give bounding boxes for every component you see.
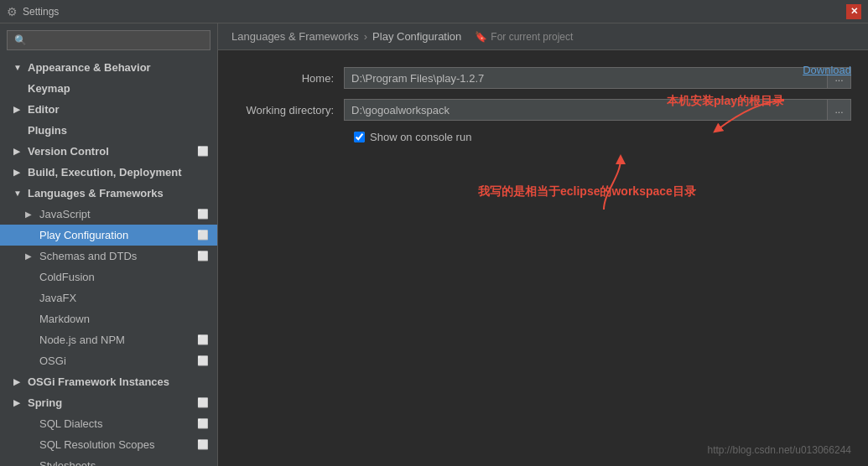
sidebar-item-sql-dialects[interactable]: SQL Dialects⬜ xyxy=(0,413,217,434)
arrow-placeholder xyxy=(25,461,35,466)
sidebar-item-badge: ⬜ xyxy=(197,251,209,261)
show-console-row: Show on console run xyxy=(354,131,851,143)
sidebar-item-label: Keymap xyxy=(28,82,70,95)
sidebar-item-badge: ⬜ xyxy=(197,418,209,429)
sidebar-item-label: Node.js and NPM xyxy=(39,334,125,346)
arrow-icon: ▼ xyxy=(13,189,23,198)
home-label: Home: xyxy=(235,72,344,85)
working-dir-browse-button[interactable]: ... xyxy=(828,99,851,121)
content-panel: Languages & Frameworks › Play Configurat… xyxy=(218,23,868,466)
breadcrumb-parent: Languages & Frameworks xyxy=(231,30,359,43)
arrow-placeholder xyxy=(25,293,35,303)
sidebar-item-label: Build, Execution, Deployment xyxy=(28,166,181,179)
sidebar-item-coldfusion[interactable]: ColdFusion xyxy=(0,267,217,287)
sidebar-item-keymap[interactable]: Keymap xyxy=(0,78,217,99)
main-container: ▼Appearance & Behavior Keymap▶Editor Plu… xyxy=(0,23,868,466)
sidebar-item-schemas[interactable]: ▶Schemas and DTDs⬜ xyxy=(0,246,217,267)
arrow-placeholder xyxy=(13,84,23,93)
sidebar-item-spring[interactable]: ▶Spring⬜ xyxy=(0,392,217,413)
working-dir-row: Working directory: ... xyxy=(235,99,851,121)
sidebar-item-javafx[interactable]: JavaFX xyxy=(0,287,217,308)
sidebar-item-version-control[interactable]: ▶Version Control⬜ xyxy=(0,141,217,162)
arrow-icon: ▶ xyxy=(13,147,23,156)
sidebar-item-plugins[interactable]: Plugins xyxy=(0,120,217,141)
sidebar-item-badge: ⬜ xyxy=(197,209,209,220)
sidebar-item-languages[interactable]: ▼Languages & Frameworks xyxy=(0,183,217,204)
sidebar-item-badge: ⬜ xyxy=(197,355,209,366)
breadcrumb-separator: › xyxy=(364,30,367,43)
show-console-checkbox[interactable] xyxy=(354,132,365,142)
sidebar-item-play-config[interactable]: Play Configuration⬜ xyxy=(0,225,217,246)
arrow-icon: ▶ xyxy=(13,168,23,177)
project-label-text: For current project xyxy=(491,31,573,43)
close-button[interactable]: ✕ xyxy=(846,4,861,19)
arrow-icon: ▼ xyxy=(13,63,23,72)
arrow-icon: ▶ xyxy=(13,105,23,114)
sidebar-item-appearance[interactable]: ▼Appearance & Behavior xyxy=(0,57,217,78)
sidebar-item-osgi[interactable]: OSGi⬜ xyxy=(0,350,217,371)
search-input[interactable] xyxy=(7,30,211,50)
window-title: Settings xyxy=(23,6,59,18)
sidebar-item-badge: ⬜ xyxy=(197,146,209,157)
sidebar-item-label: Play Configuration xyxy=(39,229,128,241)
sidebar-item-label: OSGi Framework Instances xyxy=(28,375,169,388)
sidebar-item-stylesheets[interactable]: Stylesheets xyxy=(0,455,217,466)
sidebar-item-label: Plugins xyxy=(28,124,67,137)
arrow-placeholder xyxy=(25,272,35,282)
download-link[interactable]: Download xyxy=(803,64,851,76)
sidebar-item-label: Appearance & Behavior xyxy=(28,61,151,74)
sidebar-item-badge: ⬜ xyxy=(197,230,209,241)
sidebar-item-label: Spring xyxy=(28,396,62,409)
sidebar-item-markdown[interactable]: Markdown xyxy=(0,308,217,329)
sidebar-item-label: Editor xyxy=(28,103,60,116)
project-icon: 🔖 xyxy=(475,31,487,43)
title-bar: ⚙ Settings ✕ xyxy=(0,0,868,23)
arrow-icon: ▶ xyxy=(25,210,35,219)
arrow-placeholder xyxy=(25,230,35,240)
sidebar-item-label: OSGi xyxy=(39,355,66,367)
arrow-icon: ▶ xyxy=(25,251,35,261)
arrow-placeholder xyxy=(13,126,23,135)
footer-url: http://blog.csdn.net/u013066244 xyxy=(708,444,851,456)
project-label: 🔖 For current project xyxy=(475,31,573,43)
sidebar-item-label: Markdown xyxy=(39,313,90,325)
content-body: Download Home: ... Working directory: ..… xyxy=(218,50,868,466)
breadcrumb: Languages & Frameworks › Play Configurat… xyxy=(218,23,868,50)
sidebar-item-badge: ⬜ xyxy=(197,439,209,450)
sidebar-item-label: Schemas and DTDs xyxy=(39,250,137,262)
sidebar: ▼Appearance & Behavior Keymap▶Editor Plu… xyxy=(0,23,218,466)
arrow-placeholder xyxy=(25,419,35,428)
breadcrumb-current: Play Configuration xyxy=(372,30,461,43)
sidebar-item-sql-resolution[interactable]: SQL Resolution Scopes⬜ xyxy=(0,434,217,455)
sidebar-item-build[interactable]: ▶Build, Execution, Deployment xyxy=(0,162,217,183)
search-box xyxy=(0,23,217,57)
sidebar-item-javascript[interactable]: ▶JavaScript⬜ xyxy=(0,204,217,225)
sidebar-item-label: ColdFusion xyxy=(39,271,95,283)
sidebar-item-editor[interactable]: ▶Editor xyxy=(0,99,217,120)
sidebar-item-label: SQL Dialects xyxy=(39,417,102,430)
arrow-icon: ▶ xyxy=(13,398,23,407)
sidebar-item-label: JavaScript xyxy=(39,208,91,220)
sidebar-item-osgi-fw[interactable]: ▶OSGi Framework Instances xyxy=(0,371,217,392)
sidebar-item-badge: ⬜ xyxy=(197,397,209,408)
arrow-icon: ▶ xyxy=(13,377,23,386)
arrow-placeholder xyxy=(25,314,35,324)
home-row: Home: ... xyxy=(235,67,851,89)
sidebar-item-label: SQL Resolution Scopes xyxy=(39,438,155,451)
sidebar-item-label: Languages & Frameworks xyxy=(28,187,164,199)
arrow-placeholder xyxy=(25,440,35,449)
arrow-2 xyxy=(537,151,704,218)
settings-icon: ⚙ xyxy=(7,5,18,18)
sidebar-item-label: Stylesheets xyxy=(39,459,96,466)
arrow-placeholder xyxy=(25,356,35,365)
show-console-label[interactable]: Show on console run xyxy=(370,131,471,143)
working-dir-label: Working directory: xyxy=(235,104,344,116)
arrow-placeholder xyxy=(25,335,35,344)
working-dir-input[interactable] xyxy=(344,99,828,121)
sidebar-item-label: Version Control xyxy=(28,145,109,158)
home-input[interactable] xyxy=(344,67,828,89)
sidebar-item-nodejs[interactable]: Node.js and NPM⬜ xyxy=(0,329,217,350)
sidebar-item-label: JavaFX xyxy=(39,292,76,304)
sidebar-item-badge: ⬜ xyxy=(197,334,209,345)
annotation-2: 我写的是相当于eclipse的workspace目录 xyxy=(478,184,696,199)
